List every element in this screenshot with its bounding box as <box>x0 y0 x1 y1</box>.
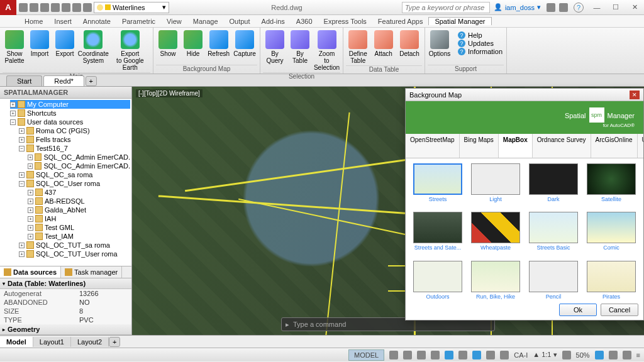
save-icon[interactable] <box>40 3 49 12</box>
open-icon[interactable] <box>30 3 38 12</box>
export-to-google-earth-button[interactable]: Exportto Google Earth <box>110 29 150 72</box>
annotation-scale[interactable]: ▲ 1:1 ▾ <box>533 351 557 359</box>
expand-icon[interactable]: + <box>19 172 25 178</box>
user-account[interactable]: 👤 iam_doss ▾ <box>490 3 545 11</box>
zoom-level[interactable]: 50% <box>576 351 590 359</box>
expand-icon[interactable]: + <box>28 199 33 204</box>
new-icon[interactable] <box>19 3 28 12</box>
show-button[interactable]: Show <box>156 29 180 65</box>
menu-tab-spatial-manager[interactable]: Spatial Manager <box>428 17 491 25</box>
grid-icon[interactable] <box>389 351 398 359</box>
hide-button[interactable]: Hide <box>181 29 205 65</box>
a360-icon[interactable] <box>559 3 568 12</box>
define-table-button[interactable]: DefineTable <box>346 29 370 65</box>
basemap-option[interactable]: Pencil <box>526 261 580 304</box>
menu-tab-express-tools[interactable]: Express Tools <box>318 18 372 25</box>
tree-node[interactable]: +Shortcuts <box>10 109 130 118</box>
provider-tab[interactable]: Bing Maps <box>460 134 499 158</box>
by-table-button[interactable]: ByTable <box>288 29 312 72</box>
property-row[interactable]: Autogenerat13266 <box>0 289 131 298</box>
transparency-icon[interactable] <box>500 351 509 359</box>
expand-icon[interactable]: + <box>28 163 33 169</box>
capture-button[interactable]: Capture <box>232 29 257 65</box>
basemap-option[interactable]: Streets and Sate... <box>411 212 465 255</box>
tree-node[interactable]: +Galda_AbNet <box>10 206 130 214</box>
dyninput-icon[interactable] <box>472 351 481 359</box>
saveas-icon[interactable] <box>51 3 60 12</box>
palette-tab[interactable]: Data sources <box>0 266 61 278</box>
tree-node[interactable]: +SQL_OC_Admin EmerCAD. <box>10 153 130 162</box>
doc-tab[interactable]: Redd* <box>43 75 84 86</box>
menu-tab-view[interactable]: View <box>161 18 187 25</box>
tree-node[interactable]: +SQL_OC_sa roma <box>10 170 130 179</box>
palette-tab[interactable]: Task manager <box>61 266 122 278</box>
doc-tab[interactable]: Start <box>6 75 42 86</box>
basemap-option[interactable]: Run, Bike, Hike <box>469 261 523 304</box>
app-menu-badge[interactable]: A <box>0 0 16 15</box>
basemap-option[interactable]: Pirates <box>584 261 638 304</box>
basemap-option[interactable]: Outdoors <box>411 261 465 304</box>
menu-tab-featured-apps[interactable]: Featured Apps <box>372 18 429 25</box>
zoom-to-selection-button[interactable]: Zoomto Selection <box>313 29 340 72</box>
exchange-icon[interactable] <box>547 3 555 12</box>
menu-tab-add-ins[interactable]: Add-ins <box>256 18 291 25</box>
attach-button[interactable]: Attach <box>372 29 396 65</box>
basemap-option[interactable]: Streets Basic <box>526 212 580 255</box>
ortho-icon[interactable] <box>417 351 426 359</box>
close-button[interactable]: ✕ <box>625 0 644 15</box>
model-space-button[interactable]: MODEL <box>348 349 384 361</box>
help-link[interactable]: ?Help <box>458 31 502 39</box>
menu-tab-insert[interactable]: Insert <box>48 18 77 25</box>
basemap-option[interactable]: Satellite <box>584 163 638 207</box>
import-button[interactable]: Import <box>28 29 52 72</box>
help-search-input[interactable] <box>402 2 490 13</box>
provider-tab[interactable]: MapBox <box>499 134 533 158</box>
expand-icon[interactable]: + <box>19 243 25 248</box>
plot-icon[interactable] <box>62 3 70 12</box>
provider-tab[interactable]: Ordnance Survey <box>533 134 591 158</box>
expand-icon[interactable]: + <box>19 128 25 134</box>
property-row[interactable]: ABANDONEDNO <box>0 298 131 307</box>
layer-dropdown[interactable]: Waterlines ▾ <box>94 2 169 13</box>
provider-tab[interactable]: OpenStreetMap <box>406 134 460 158</box>
menu-tab-output[interactable]: Output <box>224 18 256 25</box>
refresh-button[interactable]: Refresh <box>206 29 231 65</box>
tree-node[interactable]: +SQL_OC_TUT_sa roma <box>10 241 130 250</box>
tree-node[interactable]: +SQL_OC_TUT_User roma <box>10 250 130 258</box>
expand-icon[interactable]: − <box>19 146 25 151</box>
dialog-titlebar[interactable]: Background Map ✕ <box>406 89 643 101</box>
cancel-button[interactable]: Cancel <box>601 304 638 316</box>
viewport-label[interactable]: [-][Top][2D Wireframe] <box>136 89 203 97</box>
basemap-option[interactable]: Light <box>469 163 523 207</box>
data-category-header[interactable]: ▾Data (Table: Waterlines) <box>0 278 131 289</box>
status-cai[interactable]: CA-I <box>514 351 528 359</box>
tree-node[interactable]: +Roma OC (PGIS) <box>10 126 130 135</box>
add-doc-button[interactable]: + <box>86 76 97 86</box>
layout-tab[interactable]: Layout2 <box>71 337 109 347</box>
osnap-icon[interactable] <box>445 351 453 359</box>
information-link[interactable]: ?Information <box>458 48 502 55</box>
tree-node[interactable]: −User data sources <box>10 118 130 126</box>
show-palette-button[interactable]: ShowPalette <box>3 29 26 72</box>
hardware-accel-icon[interactable] <box>609 351 618 359</box>
basemap-option[interactable]: Streets <box>411 163 465 207</box>
tree-node[interactable]: +Test_IAM <box>10 232 130 241</box>
expand-icon[interactable]: + <box>28 225 33 231</box>
add-layout-button[interactable]: + <box>109 337 120 347</box>
isolate-icon[interactable] <box>595 351 604 359</box>
expand-icon[interactable]: + <box>28 155 33 160</box>
layout-tab[interactable]: Model <box>0 337 33 347</box>
redo-icon[interactable] <box>83 3 92 12</box>
maximize-button[interactable]: ☐ <box>606 0 625 15</box>
expand-icon[interactable]: + <box>19 251 25 257</box>
data-source-tree[interactable]: +My Computer+Shortcuts−User data sources… <box>0 99 131 266</box>
3dosnap-icon[interactable] <box>458 351 467 359</box>
expand-icon[interactable]: − <box>19 181 25 187</box>
property-row[interactable]: TYPEPVC <box>0 315 131 324</box>
tree-node[interactable]: −SQL_OC_User roma <box>10 179 130 188</box>
minimize-button[interactable]: — <box>587 0 606 15</box>
tree-node[interactable]: +SQL_OC_Admin EmerCAD. <box>10 162 130 170</box>
expand-icon[interactable]: + <box>28 234 33 239</box>
expand-icon[interactable]: + <box>10 102 16 107</box>
expand-icon[interactable]: + <box>19 137 25 143</box>
